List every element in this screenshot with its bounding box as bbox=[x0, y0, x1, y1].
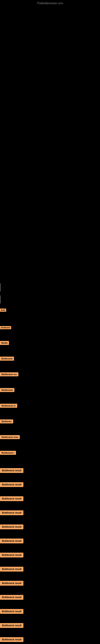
result-badge-10: Bottleneck r bbox=[0, 451, 16, 455]
result-item-7: Bottleneck re bbox=[0, 403, 100, 408]
result-item-full-11: Bottleneck result bbox=[0, 609, 100, 614]
result-badge-full-7: Bottleneck result bbox=[0, 553, 23, 558]
result-item-full-12: Bottleneck result bbox=[0, 623, 100, 628]
result-badge-2: Bottleneck bbox=[0, 326, 11, 329]
spacer-1 bbox=[0, 227, 100, 283]
result-badge-8: Bottlenec bbox=[0, 420, 13, 424]
result-badge-full-1: Bottleneck result bbox=[0, 468, 23, 473]
result-badge-full-3: Bottleneck result bbox=[0, 496, 23, 501]
result-item-full-6: Bottleneck result bbox=[0, 538, 100, 544]
result-badge-full-13: Bottleneck result bbox=[0, 637, 23, 642]
result-item-full-13: Bottleneck result bbox=[0, 637, 100, 642]
result-item-1: Bottl bbox=[0, 308, 100, 312]
result-item-full-4: Bottleneck result bbox=[0, 510, 100, 515]
result-item-full-7: Bottleneck result bbox=[0, 553, 100, 558]
result-badge-full-8: Bottleneck result bbox=[0, 567, 23, 572]
chart-area bbox=[0, 6, 100, 227]
result-badge-5: Bottleneck res bbox=[0, 372, 18, 376]
results-section-full: Bottleneck result Bottleneck result Bott… bbox=[0, 456, 100, 642]
result-item-full-10: Bottleneck result bbox=[0, 595, 100, 600]
results-section-early: Bottl Bottleneck Bottle Bottleneck Bottl… bbox=[0, 304, 100, 455]
result-badge-full-5: Bottleneck result bbox=[0, 524, 23, 529]
result-badge-full-6: Bottleneck result bbox=[0, 538, 23, 544]
result-badge-full-4: Bottleneck result bbox=[0, 510, 23, 515]
result-item-9: Bottleneck resu bbox=[0, 435, 100, 440]
line-indicators bbox=[0, 283, 100, 304]
result-item-2: Bottleneck bbox=[0, 325, 100, 330]
result-badge-4: Bottleneck bbox=[0, 356, 14, 361]
result-badge-3: Bottle bbox=[0, 341, 9, 345]
site-title: TheBottlenecker.com bbox=[0, 0, 100, 6]
result-item-8: Bottlenec bbox=[0, 419, 100, 424]
result-item-full-1: Bottleneck result bbox=[0, 468, 100, 473]
result-item-full-8: Bottleneck result bbox=[0, 567, 100, 572]
result-item-full-9: Bottleneck result bbox=[0, 581, 100, 586]
result-item-full-2: Bottleneck result bbox=[0, 482, 100, 487]
result-item-10: Bottleneck r bbox=[0, 450, 100, 455]
result-badge-1: Bottl bbox=[0, 308, 6, 312]
result-item-5: Bottleneck res bbox=[0, 372, 100, 377]
result-badge-full-11: Bottleneck result bbox=[0, 609, 23, 614]
result-badge-full-2: Bottleneck result bbox=[0, 482, 23, 487]
result-item-4: Bottleneck bbox=[0, 356, 100, 361]
result-badge-full-10: Bottleneck result bbox=[0, 595, 23, 600]
result-item-full-5: Bottleneck result bbox=[0, 524, 100, 529]
result-item-6: Bottleneck bbox=[0, 388, 100, 392]
result-badge-6: Bottleneck bbox=[0, 388, 14, 392]
result-badge-full-9: Bottleneck result bbox=[0, 581, 23, 586]
result-badge-7: Bottleneck re bbox=[0, 404, 17, 408]
result-badge-full-12: Bottleneck result bbox=[0, 623, 23, 628]
result-item-3: Bottle bbox=[0, 340, 100, 345]
result-item-full-3: Bottleneck result bbox=[0, 496, 100, 501]
result-badge-9: Bottleneck resu bbox=[0, 435, 20, 439]
